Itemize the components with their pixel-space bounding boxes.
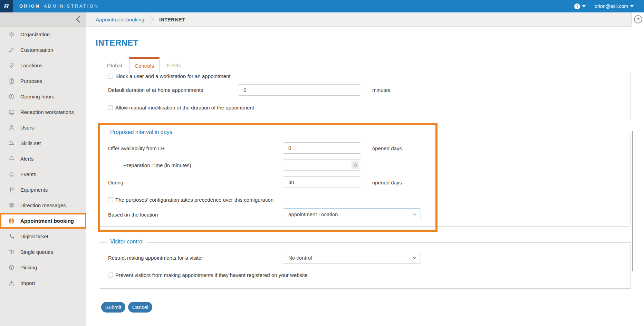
user-menu[interactable]: orion@esii.com	[595, 3, 634, 9]
tab-bar: Global Controls Fields	[100, 57, 189, 72]
location-select[interactable]: appointment Location	[283, 208, 421, 220]
sidebar-item-label: Organization	[20, 31, 50, 37]
sidebar-item-label: Locations	[20, 63, 42, 68]
sidebar-item-organization[interactable]: Organization	[0, 27, 86, 42]
based-on-location-label: Based on the location	[108, 212, 158, 218]
block-user-checkbox[interactable]	[108, 74, 113, 78]
brand-rest: ADMINISTRATION	[44, 3, 99, 9]
minutes-unit-label: minutes	[372, 87, 391, 93]
sidebar: Organization Customisation Locations Pur…	[0, 27, 86, 326]
tab-controls[interactable]: Controls	[129, 57, 160, 73]
clock-icon	[8, 94, 15, 100]
top-bar: R ORION_ADMINISTRATION ? orion@esii.com	[0, 0, 644, 12]
breadcrumb-link-appointment-booking[interactable]: Appointment booking	[96, 17, 144, 22]
prevent-visitors-label: Prevent visitors from making appointment…	[115, 272, 308, 278]
sidebar-item-single-queues[interactable]: Single queues	[0, 244, 86, 260]
stepper-arrows-icon[interactable]	[352, 161, 359, 169]
chevron-down-icon	[413, 257, 416, 259]
bell-icon	[8, 156, 15, 162]
precedence-label: The purposes' configuration takes preced…	[115, 197, 273, 203]
sidebar-item-purposes[interactable]: Purposes	[0, 73, 86, 89]
submit-button[interactable]: Submit	[101, 302, 125, 313]
sidebar-item-label: Opening hours	[20, 94, 54, 99]
queue-icon	[8, 249, 15, 255]
gear-icon	[8, 31, 15, 38]
chevron-down-icon	[630, 5, 634, 7]
sidebar-item-label: Skills set	[20, 140, 41, 146]
sidebar-item-equipments[interactable]: Equipments	[0, 182, 86, 198]
sidebar-item-picking[interactable]: Picking	[0, 260, 86, 275]
tab-global[interactable]: Global	[100, 57, 129, 72]
offer-availability-input[interactable]	[283, 142, 361, 154]
sidebar-item-label: Purposes	[20, 78, 42, 84]
precedence-checkbox-row: The purposes' configuration takes preced…	[108, 197, 273, 203]
sidebar-item-skills-set[interactable]: Skills set	[0, 135, 86, 151]
sidebar-item-label: Import	[20, 280, 35, 286]
restrict-appointments-select[interactable]: No control	[283, 252, 421, 264]
cancel-button[interactable]: Cancel	[128, 302, 152, 313]
sidebar-item-label: Direction messages	[20, 202, 66, 208]
sidebar-item-direction-messages[interactable]: Direction messages	[0, 198, 86, 213]
sidebar-item-label: Customisation	[20, 47, 53, 53]
preparation-time-input[interactable]	[283, 159, 361, 171]
app-logo[interactable]: R	[0, 0, 13, 12]
sidebar-item-opening-hours[interactable]: Opening hours	[0, 89, 86, 104]
brand-title: ORION_ADMINISTRATION	[19, 0, 99, 12]
duration-settings-panel: Block a user and a workstation for an ap…	[100, 72, 631, 120]
chevron-down-icon	[582, 5, 586, 7]
during-unit-label: opened days	[372, 180, 402, 185]
pencil-icon	[8, 47, 15, 53]
collapse-sidebar-icon[interactable]	[76, 16, 80, 23]
sidebar-item-users[interactable]: Users	[0, 120, 86, 135]
sliders-icon	[8, 140, 15, 146]
brand-bold: ORION_	[19, 3, 44, 9]
block-user-checkbox-row: Block a user and a workstation for an ap…	[108, 73, 231, 79]
offer-availability-label: Offer availability from D+	[108, 145, 165, 151]
restrict-appointments-label: Restrict making appointments for a visit…	[108, 255, 203, 261]
prevent-visitors-checkbox[interactable]	[108, 272, 113, 277]
box-icon	[8, 265, 15, 271]
vertical-scrollbar[interactable]	[632, 131, 633, 271]
during-input[interactable]	[283, 176, 361, 188]
sidebar-item-label: Appointment booking	[20, 218, 74, 224]
manual-modification-checkbox-row: Allow manual modification of the duratio…	[108, 105, 254, 111]
manual-modification-checkbox[interactable]	[108, 105, 113, 110]
visitor-control-fieldset: Visitor control Restrict making appointm…	[100, 242, 631, 289]
default-duration-input[interactable]	[238, 84, 361, 96]
sidebar-item-reception-workstations[interactable]: Reception workstations	[0, 104, 86, 120]
breadcrumb-current: INTERNET	[159, 17, 185, 22]
sidebar-item-digital-ticket[interactable]: Digital ticket	[0, 229, 86, 244]
sidebar-item-events[interactable]: Events	[0, 166, 86, 182]
map-pin-icon	[8, 63, 15, 69]
sidebar-item-label: Picking	[20, 265, 37, 270]
sidebar-item-locations[interactable]: Locations	[0, 58, 86, 73]
breadcrumb: Appointment booking INTERNET	[86, 12, 631, 27]
default-duration-label: Default duration of at home appointments	[108, 87, 203, 93]
restrict-select-value: No control	[288, 255, 312, 261]
sidebar-item-label: Equipments	[20, 187, 48, 193]
precedence-checkbox[interactable]	[108, 197, 113, 202]
sidebar-item-label: Reception workstations	[20, 109, 74, 115]
help-menu[interactable]: ?	[574, 3, 586, 9]
calendar-icon	[8, 218, 15, 224]
visitor-control-legend: Visitor control	[107, 239, 147, 245]
manual-modification-label: Allow manual modification of the duratio…	[115, 105, 254, 111]
user-icon	[8, 125, 15, 131]
sidebar-item-alerts[interactable]: Alerts	[0, 151, 86, 166]
tab-fields[interactable]: Fields	[160, 57, 189, 72]
page-title: INTERNET	[96, 38, 138, 48]
signpost-icon	[8, 187, 15, 193]
signs-icon	[8, 202, 15, 209]
page-help-icon[interactable]: ?	[634, 15, 642, 23]
block-user-label: Block a user and a workstation for an ap…	[115, 73, 231, 79]
sidebar-item-customisation[interactable]: Customisation	[0, 42, 86, 58]
burst-icon	[8, 171, 15, 178]
breadcrumb-strip: Appointment booking INTERNET	[0, 12, 644, 27]
sidebar-item-appointment-booking[interactable]: Appointment booking	[0, 213, 86, 229]
sidebar-item-label: Digital ticket	[20, 233, 48, 239]
sidebar-item-import[interactable]: Import	[0, 275, 86, 291]
preparation-time-stepper	[283, 159, 361, 171]
sidebar-item-label: Single queues	[20, 249, 53, 255]
prevent-visitors-checkbox-row: Prevent visitors from making appointment…	[108, 272, 308, 278]
sidebar-item-label: Alerts	[20, 156, 33, 162]
